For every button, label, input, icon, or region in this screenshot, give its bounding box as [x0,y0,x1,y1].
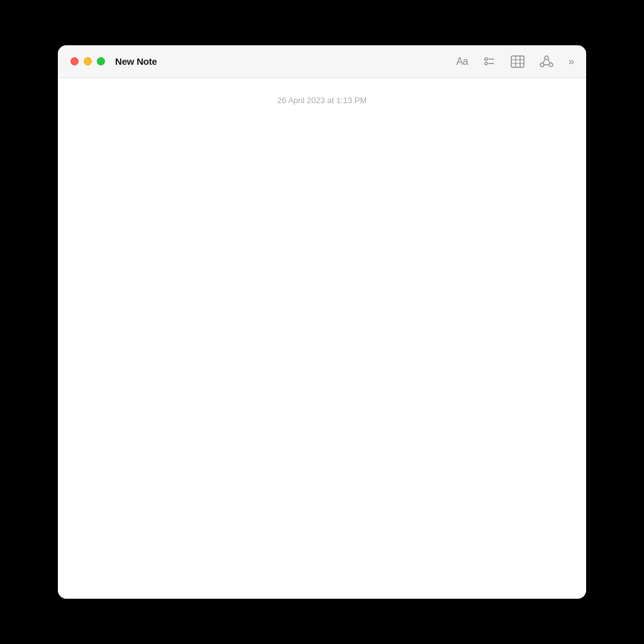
svg-point-11 [549,63,553,67]
svg-rect-4 [511,56,524,67]
svg-line-12 [543,59,545,64]
svg-line-13 [548,59,550,64]
toolbar-right: Aa [457,55,574,68]
chevron-right-icon: » [569,57,574,67]
traffic-lights [70,57,105,65]
font-format-button[interactable]: Aa [457,57,469,67]
maximize-button[interactable] [97,57,105,65]
checklist-button[interactable] [483,55,496,68]
table-button[interactable] [511,55,525,68]
minimize-button[interactable] [84,57,92,65]
svg-point-9 [545,56,548,60]
share-icon [540,55,553,68]
share-button[interactable] [540,55,553,68]
note-editor[interactable] [58,105,586,599]
font-icon: Aa [457,57,469,67]
titlebar: New Note Aa [58,45,586,78]
table-icon [511,55,525,68]
window-title: New Note [115,56,157,67]
note-timestamp: 26 April 2023 at 1:13 PM [277,96,367,105]
notes-window: New Note Aa [58,45,586,599]
svg-point-0 [485,58,487,60]
close-button[interactable] [70,57,79,65]
more-button[interactable]: » [569,57,574,67]
svg-point-2 [485,62,487,65]
checklist-icon [483,55,496,68]
note-content-area: 26 April 2023 at 1:13 PM [58,78,586,599]
svg-point-10 [540,63,544,67]
